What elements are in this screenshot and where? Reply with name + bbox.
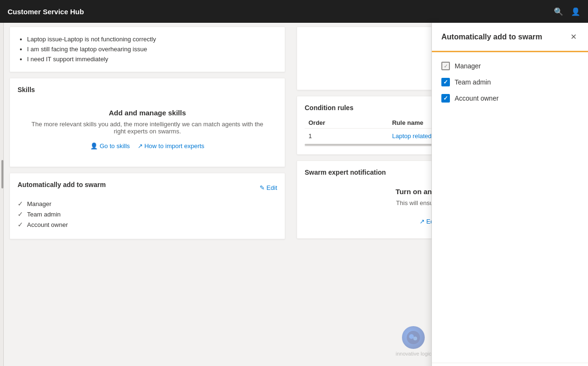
auto-add-swarm-card: Automatically add to swarm ✎ Edit ✓ Mana… xyxy=(9,173,285,239)
svg-point-2 xyxy=(413,337,417,340)
svg-point-1 xyxy=(409,334,414,339)
manager-label: Manager xyxy=(27,200,51,207)
accountowner-checkbox[interactable] xyxy=(441,94,450,103)
skills-title: Add and manage skills xyxy=(109,109,186,117)
checkmark-icon: ✓ xyxy=(18,221,23,228)
teamadmin-label: Team admin xyxy=(455,78,491,86)
panel-teamadmin-item: Team admin xyxy=(441,78,579,86)
accountowner-label: Account owner xyxy=(455,94,499,102)
top-bar: Customer Service Hub 🔍 👤 xyxy=(0,0,588,23)
skills-card-body: Add and manage skills The more relevant … xyxy=(18,99,277,159)
skills-card: Skills Add and manage skills The more re… xyxy=(9,78,285,167)
panel-accountowner-item: Account owner xyxy=(441,94,579,103)
issue-list: Laptop issue-Laptop is not functioning c… xyxy=(18,35,277,64)
issue-item: I am still facing the laptop overhearing… xyxy=(27,45,277,55)
auto-add-title: Automatically add to swarm xyxy=(18,181,106,188)
panel-close-button[interactable]: ✕ xyxy=(569,30,579,43)
checkmark-icon: ✓ xyxy=(18,210,23,218)
main-layout: Laptop issue-Laptop is not functioning c… xyxy=(0,23,588,366)
go-to-skills-link[interactable]: 👤 Go to skills xyxy=(90,142,130,150)
import-experts-link[interactable]: ↗ How to import experts xyxy=(138,142,205,150)
top-bar-icons: 🔍 👤 xyxy=(554,7,580,16)
auto-add-manager-item: ✓ Manager xyxy=(18,200,277,207)
manager-checkbox[interactable] xyxy=(441,62,450,70)
left-column: Laptop issue-Laptop is not functioning c… xyxy=(4,23,291,366)
sidebar-scrollbar[interactable] xyxy=(1,160,3,188)
watermark-svg xyxy=(406,330,421,345)
issue-item: I need IT support immediately xyxy=(27,55,277,65)
panel-overlay: Automatically add to swarm ✕ Manager Tea… xyxy=(431,23,588,366)
auto-add-accountowner-item: ✓ Account owner xyxy=(18,221,277,228)
external-link-icon: ↗ xyxy=(420,218,425,225)
watermark-text: innovative logic xyxy=(396,351,431,357)
search-icon[interactable]: 🔍 xyxy=(554,7,563,16)
panel-title: Automatically add to swarm xyxy=(441,33,542,41)
watermark: innovative logic xyxy=(396,326,431,357)
skills-links: 👤 Go to skills ↗ How to import experts xyxy=(90,142,204,150)
checkmark-icon: ✓ xyxy=(18,200,23,207)
watermark-logo xyxy=(402,326,425,349)
panel-body: Manager Team admin Account owner xyxy=(432,52,588,363)
teamadmin-label: Team admin xyxy=(27,211,61,218)
manager-label: Manager xyxy=(455,62,481,70)
sidebar-strip xyxy=(0,23,4,366)
app-title: Customer Service Hub xyxy=(8,8,84,16)
person-icon: 👤 xyxy=(90,142,98,150)
panel-header: Automatically add to swarm ✕ xyxy=(432,23,588,52)
external-link-icon: ↗ xyxy=(138,142,143,150)
order-cell: 1 xyxy=(305,129,388,144)
accountowner-label: Account owner xyxy=(27,221,68,228)
auto-add-edit-button[interactable]: ✎ Edit xyxy=(260,184,277,191)
edit-icon: ✎ xyxy=(260,184,265,191)
user-icon[interactable]: 👤 xyxy=(571,7,580,16)
issues-card: Laptop issue-Laptop is not functioning c… xyxy=(9,27,285,72)
teamadmin-checkbox[interactable] xyxy=(441,78,450,86)
panel-footer: Save and close Cancel xyxy=(432,363,588,366)
skills-description: The more relevant skills you add, the mo… xyxy=(25,121,270,135)
auto-add-header: Automatically add to swarm ✎ Edit xyxy=(18,181,277,194)
col-order: Order xyxy=(305,117,388,129)
issue-item: Laptop issue-Laptop is not functioning c… xyxy=(27,35,277,45)
panel-manager-item: Manager xyxy=(441,62,579,70)
auto-add-teamadmin-item: ✓ Team admin xyxy=(18,210,277,218)
skills-section-title: Skills xyxy=(18,86,277,94)
